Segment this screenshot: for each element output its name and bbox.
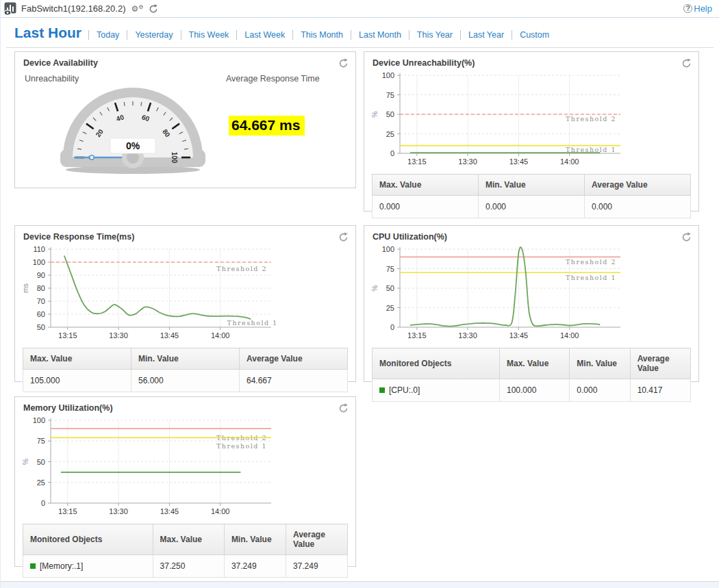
tab-last-hour[interactable]: Last Hour — [14, 25, 81, 41]
svg-text:13:15: 13:15 — [407, 331, 427, 340]
column-header: Average Value — [630, 348, 690, 379]
unreachability-gauge: 0204060801000% — [51, 81, 215, 177]
tab-this-month[interactable]: This Month — [292, 30, 351, 40]
series-legend-swatch — [30, 563, 36, 569]
cpu-utilization-chart: 025507510013:1513:3013:4514:00Threshold … — [368, 242, 683, 344]
device-unreachability-chart: 025507510013:1513:3013:4514:00Threshold … — [368, 68, 683, 170]
help-label: Help — [694, 3, 712, 14]
svg-text:80: 80 — [37, 284, 45, 292]
average-value-cell: 64.667 — [240, 370, 348, 392]
svg-text:100: 100 — [171, 152, 178, 164]
help-icon: ? — [683, 4, 692, 13]
panel-title: CPU Utilization(%) — [373, 232, 447, 242]
svg-text:25: 25 — [37, 478, 45, 487]
svg-text:0%: 0% — [126, 140, 140, 151]
performance-dashboard: FabSwitch1(192.168.20.2) ⚙⚙ ? Help Last … — [0, 0, 719, 588]
refresh-panel-button[interactable] — [681, 232, 692, 242]
min-value-cell: 56.000 — [131, 370, 240, 392]
time-range-tabs: Last Hour Today Yesterday This Week Last… — [14, 25, 705, 41]
average-value-cell: 37.249 — [286, 555, 347, 578]
svg-text:0: 0 — [390, 149, 394, 157]
svg-text:13:45: 13:45 — [160, 331, 179, 340]
min-value-cell: 0.000 — [570, 379, 630, 402]
max-value-cell: 0.000 — [373, 196, 479, 218]
tab-this-week[interactable]: This Week — [181, 30, 237, 40]
max-value-cell: 37.250 — [153, 555, 224, 578]
panel-title: Device Availability — [23, 58, 98, 68]
tab-last-month[interactable]: Last Month — [351, 30, 409, 40]
svg-text:14:00: 14:00 — [211, 507, 230, 515]
svg-text:13:45: 13:45 — [509, 331, 529, 340]
unreachability-stats-table: Max. Value Min. Value Average Value 0.00… — [372, 174, 691, 218]
svg-text:100: 100 — [382, 71, 394, 79]
svg-text:%: % — [370, 285, 379, 291]
panel-cpu-utilization: CPU Utilization(%) 025507510013:1513:301… — [364, 225, 699, 382]
top-bar: FabSwitch1(192.168.20.2) ⚙⚙ ? Help — [1, 0, 719, 18]
min-value-cell: 37.249 — [224, 555, 286, 578]
monitored-object-cell: [CPU:.0] — [373, 379, 500, 402]
svg-text:13:15: 13:15 — [58, 507, 77, 515]
column-header: Average Value — [240, 348, 348, 370]
svg-text:60: 60 — [37, 310, 45, 318]
svg-text:0: 0 — [41, 499, 45, 507]
svg-text:14:00: 14:00 — [560, 331, 579, 340]
svg-text:50: 50 — [386, 110, 394, 118]
cpu-stats-table: Monitored Objects Max. Value Min. Value … — [372, 348, 691, 402]
refresh-panel-button[interactable] — [338, 232, 349, 242]
help-link[interactable]: ? Help — [683, 3, 712, 14]
panel-memory-utilization: Memory Utilization(%) 025507510013:1513:… — [14, 396, 356, 567]
refresh-panel-button[interactable] — [681, 58, 692, 68]
max-value-cell: 105.000 — [23, 370, 131, 392]
svg-text:75: 75 — [386, 265, 394, 273]
column-header: Average Value — [585, 175, 691, 196]
column-header: Min. Value — [479, 175, 585, 196]
panel-device-availability: Device Availability Unreachability Avera… — [14, 51, 356, 188]
panel-title: Device Unreachability(%) — [373, 58, 475, 68]
svg-text:13:30: 13:30 — [458, 331, 477, 340]
tab-last-week[interactable]: Last Week — [236, 30, 292, 40]
svg-text:%: % — [370, 111, 379, 117]
svg-text:Threshold 2: Threshold 2 — [566, 115, 616, 123]
svg-text:14:00: 14:00 — [211, 331, 230, 340]
column-header: Max. Value — [373, 175, 479, 196]
svg-text:Threshold 2: Threshold 2 — [566, 258, 616, 266]
svg-text:25: 25 — [386, 304, 394, 312]
refresh-page-button[interactable] — [149, 4, 158, 14]
series-legend-swatch — [379, 387, 385, 393]
svg-text:75: 75 — [37, 437, 45, 445]
device-response-time-chart: 506070809010011013:1513:3013:4514:00Thre… — [19, 242, 334, 344]
column-header: Monitored Objects — [23, 524, 153, 555]
svg-text:Threshold 1: Threshold 1 — [566, 146, 616, 153]
response-time-label: Average Response Time — [226, 74, 320, 84]
svg-text:90: 90 — [37, 271, 45, 279]
settings-gear-icon[interactable]: ⚙⚙ — [131, 5, 143, 13]
table-row: 0.000 0.000 0.000 — [373, 196, 691, 218]
average-value-cell: 0.000 — [585, 196, 691, 218]
svg-text:13:45: 13:45 — [509, 157, 529, 166]
tab-yesterday[interactable]: Yesterday — [127, 30, 180, 40]
svg-text:50: 50 — [37, 323, 45, 331]
tab-this-year[interactable]: This Year — [409, 30, 460, 40]
refresh-panel-button[interactable] — [338, 58, 349, 68]
column-header: Max. Value — [500, 348, 570, 379]
tab-today[interactable]: Today — [88, 30, 127, 40]
column-header: Monitored Objects — [373, 348, 500, 379]
refresh-panel-button[interactable] — [338, 403, 349, 413]
device-title: FabSwitch1(192.168.20.2) — [21, 3, 125, 14]
svg-text:Threshold 1: Threshold 1 — [227, 319, 278, 327]
panel-title: Memory Utilization(%) — [23, 403, 113, 413]
svg-text:100: 100 — [33, 258, 45, 266]
tabs-divider — [6, 47, 714, 48]
panel-device-response-time: Device Response Time(ms) 506070809010011… — [14, 225, 356, 382]
table-row: 105.000 56.000 64.667 — [23, 370, 348, 392]
monitored-object-cell: [Memory:.1] — [23, 555, 153, 578]
svg-text:100: 100 — [382, 245, 394, 253]
average-response-time-value: 64.667 ms — [229, 116, 305, 136]
svg-text:110: 110 — [33, 245, 45, 253]
column-header: Max. Value — [153, 524, 224, 555]
memory-utilization-chart: 025507510013:1513:3013:4514:00Threshold … — [19, 413, 334, 520]
svg-text:100: 100 — [33, 416, 45, 424]
svg-text:13:45: 13:45 — [160, 507, 179, 515]
tab-last-year[interactable]: Last Year — [460, 30, 512, 40]
tab-custom[interactable]: Custom — [512, 30, 557, 40]
